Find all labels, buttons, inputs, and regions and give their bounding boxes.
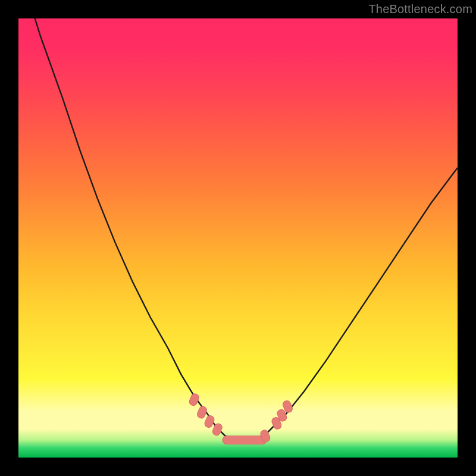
trough-pill (223, 436, 267, 444)
watermark-text: TheBottleneck.com (368, 2, 472, 16)
trough-marker (212, 422, 224, 436)
bottleneck-chart (18, 18, 458, 458)
bottleneck-curve-path (18, 18, 458, 440)
plot-area (18, 18, 458, 458)
trough-marker (188, 393, 200, 406)
trough-marker (203, 415, 215, 428)
curve-layer (18, 18, 458, 440)
outer-frame: TheBottleneck.com (0, 0, 476, 476)
marker-layer (188, 393, 293, 444)
trough-marker (196, 405, 208, 419)
